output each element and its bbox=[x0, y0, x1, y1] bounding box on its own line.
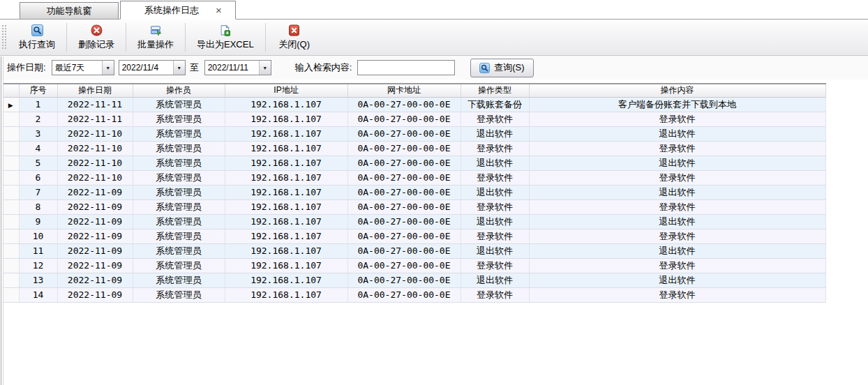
cell-content: 登录软件 bbox=[529, 258, 825, 273]
table-row[interactable]: 142022-11-09系统管理员192.168.1.1070A-00-27-0… bbox=[3, 287, 825, 302]
cell-seq: 8 bbox=[19, 199, 57, 214]
row-selector-cell[interactable] bbox=[3, 273, 19, 287]
cell-ip: 192.168.1.107 bbox=[225, 97, 347, 112]
table-row[interactable]: 52022-11-10系统管理员192.168.1.1070A-00-27-00… bbox=[3, 156, 825, 170]
row-selector-cell[interactable] bbox=[3, 156, 19, 170]
cell-content: 退出软件 bbox=[529, 214, 825, 229]
toolbar-grip-handle[interactable] bbox=[1, 24, 7, 50]
cell-type: 登录软件 bbox=[461, 141, 529, 156]
table-row[interactable]: 122022-11-09系统管理员192.168.1.1070A-00-27-0… bbox=[3, 258, 825, 273]
panel-left-border-inner bbox=[3, 56, 3, 385]
cell-content: 登录软件 bbox=[529, 112, 825, 126]
row-selector-cell[interactable] bbox=[3, 287, 19, 302]
cell-date: 2022-11-09 bbox=[57, 229, 133, 243]
chevron-down-icon[interactable]: ▼ bbox=[102, 61, 114, 75]
date-range-select[interactable]: 最近7天 ▼ bbox=[52, 60, 114, 75]
cell-mac: 0A-00-27-00-00-0E bbox=[347, 273, 461, 287]
button-label: 删除记录 bbox=[78, 38, 114, 51]
cell-ip: 192.168.1.107 bbox=[225, 287, 347, 302]
cell-date: 2022-11-10 bbox=[57, 156, 133, 170]
table-row[interactable]: 132022-11-09系统管理员192.168.1.1070A-00-27-0… bbox=[3, 273, 825, 287]
table-row[interactable]: 62022-11-10系统管理员192.168.1.1070A-00-27-00… bbox=[3, 170, 825, 185]
cell-ip: 192.168.1.107 bbox=[225, 273, 347, 287]
row-selector-cell[interactable] bbox=[3, 258, 19, 273]
cell-seq: 10 bbox=[19, 229, 57, 243]
delete-record-button[interactable]: 删除记录 bbox=[69, 20, 124, 55]
cell-type: 登录软件 bbox=[461, 229, 529, 243]
cell-type: 登录软件 bbox=[461, 112, 529, 126]
cell-operator: 系统管理员 bbox=[133, 214, 225, 229]
tab-close-icon[interactable]: × bbox=[214, 5, 223, 15]
column-header[interactable]: 操作日期 bbox=[57, 84, 133, 97]
cell-operator: 系统管理员 bbox=[133, 170, 225, 185]
table-row[interactable]: 42022-11-10系统管理员192.168.1.1070A-00-27-00… bbox=[3, 141, 825, 156]
cell-date: 2022-11-10 bbox=[57, 126, 133, 141]
table-row[interactable]: 32022-11-10系统管理员192.168.1.1070A-00-27-00… bbox=[3, 126, 825, 141]
button-label: 关闭(Q) bbox=[278, 38, 310, 51]
cell-date: 2022-11-11 bbox=[57, 97, 133, 112]
cell-operator: 系统管理员 bbox=[133, 156, 225, 170]
cell-date: 2022-11-09 bbox=[57, 287, 133, 302]
column-header[interactable]: 操作类型 bbox=[461, 84, 529, 97]
table-row[interactable]: 72022-11-09系统管理员192.168.1.1070A-00-27-00… bbox=[3, 185, 825, 199]
table-row[interactable]: ▶12022-11-11系统管理员192.168.1.1070A-00-27-0… bbox=[3, 97, 825, 112]
column-header[interactable]: IP地址 bbox=[225, 84, 347, 97]
cell-type: 退出软件 bbox=[461, 273, 529, 287]
date-from-picker[interactable]: 2022/11/4 ▼ bbox=[119, 60, 186, 75]
date-to-picker[interactable]: 2022/11/11 ▼ bbox=[204, 60, 271, 75]
cell-content: 退出软件 bbox=[529, 243, 825, 258]
cell-ip: 192.168.1.107 bbox=[225, 141, 347, 156]
column-header[interactable]: 操作员 bbox=[133, 84, 225, 97]
cell-seq: 5 bbox=[19, 156, 57, 170]
cell-type: 登录软件 bbox=[461, 287, 529, 302]
row-selector-cell[interactable] bbox=[3, 229, 19, 243]
execute-query-button[interactable]: 执行查询 bbox=[10, 20, 64, 55]
search-input[interactable] bbox=[357, 60, 455, 75]
cell-mac: 0A-00-27-00-00-0E bbox=[347, 156, 461, 170]
export-excel-button[interactable]: 导出为EXCEL bbox=[188, 20, 263, 55]
row-selector-cell[interactable] bbox=[3, 170, 19, 185]
cell-seq: 2 bbox=[19, 112, 57, 126]
row-selector-cell[interactable] bbox=[3, 243, 19, 258]
row-selector-cell[interactable] bbox=[3, 199, 19, 214]
row-selector-cell[interactable]: ▶ bbox=[3, 97, 19, 112]
toolbar-separator bbox=[265, 23, 266, 52]
table-row[interactable]: 102022-11-09系统管理员192.168.1.1070A-00-27-0… bbox=[3, 229, 825, 243]
cell-date: 2022-11-10 bbox=[57, 141, 133, 156]
column-header[interactable]: 网卡地址 bbox=[347, 84, 461, 97]
date-to-value: 2022/11/11 bbox=[205, 61, 259, 75]
cell-operator: 系统管理员 bbox=[133, 199, 225, 214]
row-selector-cell[interactable] bbox=[3, 126, 19, 141]
row-selector-cell[interactable] bbox=[3, 141, 19, 156]
tab-function-navigation[interactable]: 功能导航窗 bbox=[20, 2, 119, 19]
table-row[interactable]: 82022-11-09系统管理员192.168.1.1070A-00-27-00… bbox=[3, 199, 825, 214]
cell-content: 退出软件 bbox=[529, 273, 825, 287]
cell-ip: 192.168.1.107 bbox=[225, 112, 347, 126]
tab-strip: 功能导航窗 系统操作日志 × bbox=[0, 0, 868, 20]
cell-date: 2022-11-09 bbox=[57, 214, 133, 229]
chevron-down-icon[interactable]: ▼ bbox=[259, 61, 271, 75]
column-header[interactable]: 序号 bbox=[19, 84, 57, 97]
cell-mac: 0A-00-27-00-00-0E bbox=[347, 229, 461, 243]
query-button[interactable]: 查询(S) bbox=[470, 59, 533, 77]
tab-system-operation-log[interactable]: 系统操作日志 × bbox=[120, 1, 236, 20]
row-selector-cell[interactable] bbox=[3, 214, 19, 229]
button-label: 导出为EXCEL bbox=[197, 38, 254, 51]
table-row[interactable]: 112022-11-09系统管理员192.168.1.1070A-00-27-0… bbox=[3, 243, 825, 258]
close-button[interactable]: 关闭(Q) bbox=[268, 20, 321, 55]
cell-mac: 0A-00-27-00-00-0E bbox=[347, 97, 461, 112]
cell-ip: 192.168.1.107 bbox=[225, 243, 347, 258]
filter-bar: 操作日期: 最近7天 ▼ 2022/11/4 ▼ 至 2022/11/11 ▼ … bbox=[0, 56, 868, 80]
column-header[interactable]: 操作内容 bbox=[529, 84, 825, 97]
cell-seq: 3 bbox=[19, 126, 57, 141]
row-selector-cell[interactable] bbox=[3, 185, 19, 199]
row-selector-cell[interactable] bbox=[3, 112, 19, 126]
batch-operation-button[interactable]: 批量操作 bbox=[128, 20, 183, 55]
toolbar-separator bbox=[185, 23, 186, 52]
cell-seq: 14 bbox=[19, 287, 57, 302]
cell-date: 2022-11-10 bbox=[57, 170, 133, 185]
table-row[interactable]: 92022-11-09系统管理员192.168.1.1070A-00-27-00… bbox=[3, 214, 825, 229]
table-row[interactable]: 22022-11-11系统管理员192.168.1.1070A-00-27-00… bbox=[3, 112, 825, 126]
cell-mac: 0A-00-27-00-00-0E bbox=[347, 170, 461, 185]
chevron-down-icon[interactable]: ▼ bbox=[173, 61, 185, 75]
